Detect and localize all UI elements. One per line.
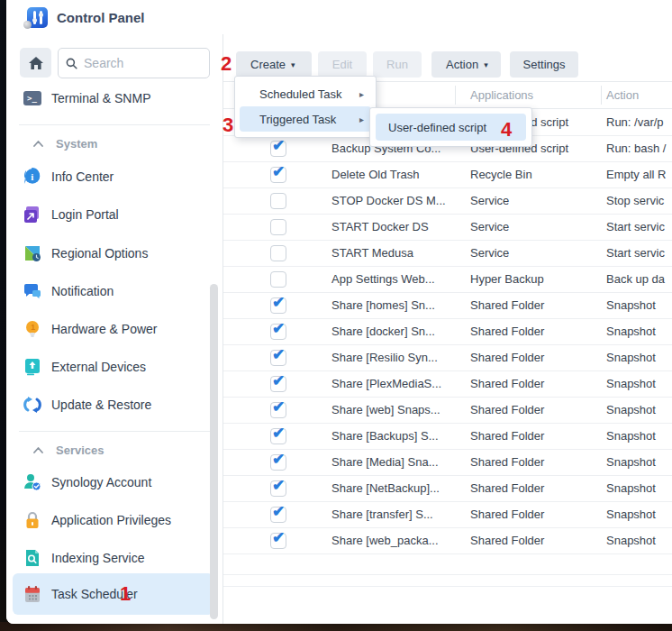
titlebar: Control Panel [6,0,672,34]
checkmark-icon: ✔ [272,528,285,547]
column-header-action[interactable]: Action [606,88,639,102]
synology-account-icon [23,473,41,491]
svg-text:i: i [31,171,33,182]
sidebar-item-regional-options[interactable]: Regional Options [13,234,213,272]
table-row[interactable]: STOP Docker DS M...ServiceStop servic [223,188,672,215]
table-row[interactable]: ✔Share [NetBackup]...Shared FolderSnapsh… [223,476,672,502]
checkmark-icon: ✔ [272,319,285,338]
sidebar-item-notification[interactable]: Notification [13,272,213,310]
table-row[interactable]: START MedusaServiceStart servic [223,241,672,267]
menu-item-triggered-task[interactable]: Triggered Task ▸ [240,106,371,132]
sidebar-divider [19,124,210,125]
task-scheduler-icon [23,585,41,603]
table-row[interactable]: ✔Share [Backups] S...Shared FolderSnapsh… [223,424,672,450]
login-portal-icon [23,206,41,224]
column-header-applications[interactable]: Applications [470,88,533,102]
sidebar-item-external-devices[interactable]: External Devices [13,348,213,386]
table-row[interactable]: ✔Share [homes] Sn...Shared FolderSnapsho… [223,293,672,319]
sidebar-item-info-center[interactable]: i Info Center [13,158,213,196]
table-row[interactable]: ✔Share [web_packa...Shared FolderSnapsho… [223,528,672,554]
row-checkbox[interactable]: ✔ [270,141,286,157]
menu-item-scheduled-task[interactable]: Scheduled Task ▸ [240,81,371,106]
sidebar-item-task-scheduler[interactable]: Task Scheduler [13,573,213,615]
control-panel-app-icon [27,7,48,28]
sidebar-item-application-privileges[interactable]: Application Privileges [13,501,213,539]
svg-text:1: 1 [31,323,35,332]
edit-button[interactable]: Edit [318,51,367,78]
row-checkbox[interactable]: ✔ [270,454,286,471]
sidebar-item-label: Terminal & SNMP [51,91,150,105]
checkmark-icon: ✔ [272,476,285,495]
row-checkbox[interactable]: ✔ [270,350,286,366]
sidebar-scrollbar[interactable] [210,284,218,619]
svg-text:>_: >_ [27,94,37,103]
sidebar-item-update-restore[interactable]: Update & Restore [13,386,213,424]
checkmark-icon: ✔ [272,162,285,181]
table-row[interactable]: START Docker DSServiceStart servic [223,215,672,241]
annotation-2: 2 [221,54,232,74]
annotation-3: 3 [222,115,233,135]
run-button[interactable]: Run [373,51,422,78]
row-checkbox[interactable] [270,219,286,235]
table-row[interactable]: ✔Delete Old TrashRecycle BinEmpty all R [223,162,672,188]
sidebar-item-terminal-snmp[interactable]: >_ Terminal & SNMP [13,79,213,117]
sidebar-item-indexing-service[interactable]: Indexing Service [13,539,213,577]
row-checkbox[interactable]: ✔ [270,428,286,444]
row-checkbox[interactable]: ✔ [270,402,286,418]
row-checkbox[interactable]: ✔ [270,480,286,497]
home-button[interactable] [20,48,51,78]
toolbar: Create ▾ Edit Run Action ▾ Settings [236,51,578,78]
caret-down-icon: ▾ [291,60,295,69]
annotation-1: 1 [120,584,131,604]
sidebar-group-system[interactable]: System [33,133,97,153]
control-panel-window: Control Panel [6,0,672,624]
checkmark-icon: ✔ [272,293,285,312]
search-input[interactable] [84,56,202,70]
table-row[interactable]: App Settings Web...Hyper BackupBack up d… [223,267,672,293]
sidebar-item-synology-account[interactable]: Synology Account [13,463,213,501]
hardware-power-icon: 1 [23,320,41,338]
search-icon [66,57,77,70]
chevron-up-icon [33,141,43,147]
column-separator [455,86,456,105]
checkmark-icon: ✔ [272,345,285,364]
notification-icon [23,282,41,300]
row-checkbox[interactable]: ✔ [270,167,286,183]
row-checkbox[interactable] [270,193,286,209]
row-checkbox[interactable]: ✔ [270,533,286,549]
submenu-arrow-icon: ▸ [359,89,364,99]
info-center-icon: i [23,168,41,186]
checkmark-icon: ✔ [272,424,285,443]
table-row[interactable]: ✔Share [transfer] S...Shared FolderSnaps… [223,502,672,528]
window-title: Control Panel [57,10,145,25]
row-checkbox[interactable] [270,271,286,288]
submenu-arrow-icon: ▸ [359,114,364,124]
create-button[interactable]: Create ▾ [236,51,312,78]
row-checkbox[interactable]: ✔ [270,297,286,314]
indexing-service-icon [23,549,41,567]
search-box[interactable] [58,48,210,78]
action-button[interactable]: Action ▾ [431,51,501,78]
row-checkbox[interactable] [270,245,286,261]
task-table: ✔User-defined scriptRun: /var/p ✔Backup … [223,110,672,554]
sidebar-item-login-portal[interactable]: Login Portal [13,196,213,233]
home-icon [28,56,44,70]
table-trailing-line [223,574,672,575]
sidebar-item-hardware-power[interactable]: 1 Hardware & Power [13,310,213,348]
table-row[interactable]: ✔Share [Media] Sna...Shared FolderSnapsh… [223,450,672,476]
row-checkbox[interactable]: ✔ [270,324,286,340]
checkmark-icon: ✔ [272,398,285,416]
table-row[interactable]: ✔Share [Resilio Syn...Shared FolderSnaps… [223,345,672,371]
sidebar-group-services[interactable]: Services [33,440,104,460]
sidebar: >_ Terminal & SNMP System i Info Center [6,34,222,624]
table-row[interactable]: ✔Share [docker] Sn...Shared FolderSnapsh… [223,319,672,345]
row-checkbox[interactable]: ✔ [270,507,286,523]
chevron-up-icon [33,447,43,453]
table-row[interactable]: ✔Share [PlexMediaS...Shared FolderSnapsh… [223,371,672,398]
table-row[interactable]: ✔Share [web] Snaps...Shared FolderSnapsh… [223,398,672,424]
caret-down-icon: ▾ [484,60,488,69]
settings-button[interactable]: Settings [510,51,578,78]
row-checkbox[interactable]: ✔ [270,376,286,392]
checkmark-icon: ✔ [272,136,285,155]
regional-options-icon [23,244,41,262]
